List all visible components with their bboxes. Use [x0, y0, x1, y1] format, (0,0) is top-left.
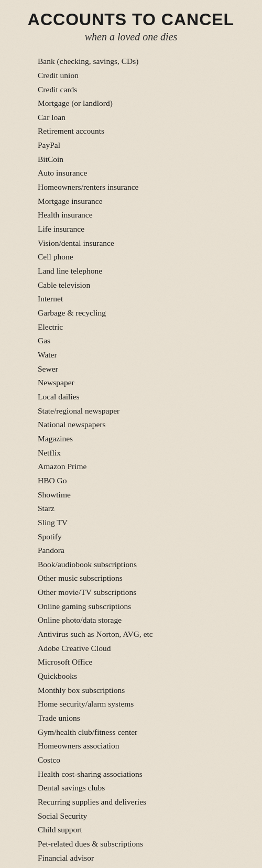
list-item: Sewer [16, 362, 246, 376]
list-item: Mortgage insurance [16, 194, 246, 209]
list-item: Land line telephone [16, 264, 246, 278]
list-item: Pandora [16, 544, 246, 558]
list-item: Online photo/data storage [16, 613, 246, 627]
list-item: Antivirus such as Norton, AVG, etc [16, 627, 246, 642]
list-item: Homeowners association [16, 739, 246, 753]
list-item: Vision/dental insurance [16, 236, 246, 251]
list-item: Water [16, 348, 246, 362]
list-item: PayPal [16, 138, 246, 153]
list-item: Auto insurance [16, 166, 246, 180]
list-item: Microsoft Office [16, 655, 246, 669]
list-item: Book/audiobook subscriptions [16, 558, 246, 572]
list-item: Dental savings clubs [16, 781, 246, 795]
list-item: Quickbooks [16, 669, 246, 683]
list-item: Amazon Prime [16, 460, 246, 474]
list-item: Health insurance [16, 208, 246, 222]
list-item: Electric [16, 320, 246, 334]
list-item: HBO Go [16, 474, 246, 488]
list-item: Recurring supplies and deliveries [16, 795, 246, 809]
list-item: Pet-related dues & subscriptions [16, 837, 246, 851]
list-item: Monthly box subscriptions [16, 683, 246, 698]
list-item: Trade unions [16, 711, 246, 725]
list-item: Internet [16, 292, 246, 306]
accounts-list: Bank (checking, savings, CDs)Credit unio… [16, 55, 246, 868]
list-item: Showtime [16, 488, 246, 502]
list-item: Starz [16, 502, 246, 516]
list-item: Online gaming subscriptions [16, 600, 246, 614]
list-item: Gas [16, 334, 246, 348]
list-item: Home security/alarm systems [16, 697, 246, 711]
list-item: Other movie/TV subscriptions [16, 585, 246, 600]
list-item: Child support [16, 823, 246, 837]
list-item: Local dailies [16, 390, 246, 404]
list-item: Cell phone [16, 250, 246, 264]
list-item: Financial advisor [16, 851, 246, 865]
list-item: Sling TV [16, 516, 246, 530]
list-item: Credit cards [16, 83, 246, 97]
page-subtitle: when a loved one dies [16, 31, 246, 43]
list-item: Spotify [16, 530, 246, 544]
list-item: Mortgage (or landlord) [16, 96, 246, 111]
list-item: Homeowners/renters insurance [16, 180, 246, 194]
list-item: National newspapers [16, 418, 246, 432]
list-item: Cable television [16, 278, 246, 292]
list-item: Costco [16, 753, 246, 767]
list-item: Health cost-sharing associations [16, 767, 246, 782]
list-item: Accountant [16, 865, 246, 868]
list-item: Netflix [16, 446, 246, 460]
list-item: Social Security [16, 809, 246, 823]
list-item: Magazines [16, 432, 246, 446]
list-item: Bank (checking, savings, CDs) [16, 55, 246, 69]
list-item: State/regional newspaper [16, 404, 246, 418]
list-item: Gym/health club/fitness center [16, 725, 246, 740]
list-item: Adobe Creative Cloud [16, 642, 246, 656]
list-item: Car loan [16, 111, 246, 125]
list-item: Life insurance [16, 222, 246, 236]
list-item: Garbage & recycling [16, 306, 246, 320]
page-title: ACCOUNTS TO CANCEL [16, 10, 246, 29]
list-item: Credit union [16, 69, 246, 83]
list-item: Retirement accounts [16, 124, 246, 138]
list-item: Other music subscriptions [16, 571, 246, 585]
list-item: BitCoin [16, 153, 246, 167]
list-item: Newspaper [16, 376, 246, 390]
